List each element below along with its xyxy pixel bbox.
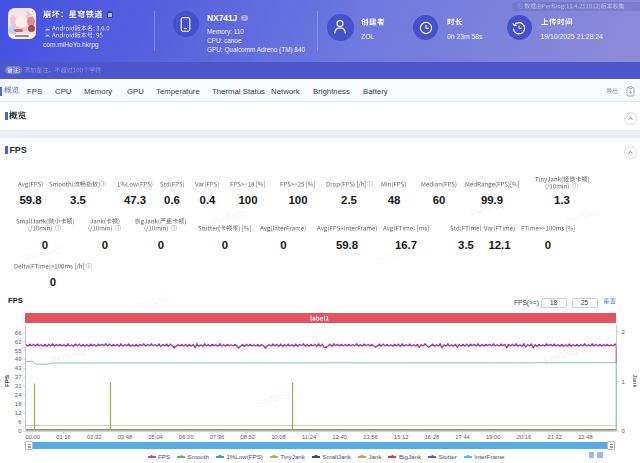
svg-text:03:48: 03:48	[118, 434, 133, 440]
svg-text:20:16: 20:16	[517, 434, 532, 440]
svg-text:16:28: 16:28	[425, 434, 440, 440]
svg-text:24: 24	[15, 392, 22, 398]
svg-text:31: 31	[15, 383, 22, 389]
svg-text:18: 18	[15, 401, 22, 407]
svg-text:Jank: Jank	[632, 374, 639, 388]
svg-text:17:44: 17:44	[455, 434, 470, 440]
svg-text:37: 37	[15, 374, 22, 380]
svg-text:66: 66	[15, 330, 22, 336]
svg-text:01:16: 01:16	[56, 434, 71, 440]
svg-text:6: 6	[18, 419, 22, 425]
svg-text:FPS: FPS	[3, 375, 10, 387]
svg-text:06:20: 06:20	[179, 434, 194, 440]
svg-text:02:32: 02:32	[87, 434, 102, 440]
svg-text:05:04: 05:04	[148, 434, 163, 440]
svg-text:49: 49	[15, 356, 22, 362]
svg-text:08:52: 08:52	[240, 434, 255, 440]
svg-text:11:24: 11:24	[302, 434, 317, 440]
svg-text:22:48: 22:48	[578, 434, 593, 440]
svg-text:1: 1	[622, 379, 626, 385]
svg-text:21:32: 21:32	[547, 434, 562, 440]
svg-text:12:40: 12:40	[333, 434, 348, 440]
svg-text:55: 55	[15, 348, 22, 354]
svg-text:10:08: 10:08	[271, 434, 286, 440]
svg-text:13:56: 13:56	[363, 434, 378, 440]
svg-text:19:00: 19:00	[486, 434, 501, 440]
svg-text:0: 0	[622, 428, 626, 434]
svg-text:0: 0	[18, 428, 22, 434]
svg-text:00:00: 00:00	[26, 434, 41, 440]
svg-text:12: 12	[15, 410, 22, 416]
svg-text:15:12: 15:12	[394, 434, 409, 440]
svg-text:62: 62	[15, 339, 22, 345]
svg-text:2: 2	[622, 329, 626, 335]
svg-text:07:36: 07:36	[210, 434, 225, 440]
svg-text:43: 43	[15, 365, 22, 371]
